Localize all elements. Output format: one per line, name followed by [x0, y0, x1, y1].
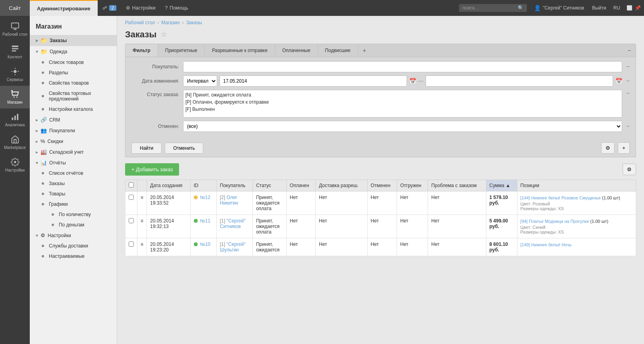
date-to-input[interactable]: [426, 75, 613, 87]
status-item-n[interactable]: [N] Принят, ожидается оплата: [185, 91, 620, 99]
tab-paid[interactable]: Оплаченные: [275, 44, 318, 56]
date-from-input[interactable]: [220, 75, 407, 87]
remove-buyer-filter[interactable]: −: [626, 63, 630, 70]
sidebar-item-custom[interactable]: Настраиваемые: [30, 251, 117, 261]
dot-icon: [42, 72, 44, 74]
remove-cancelled-filter[interactable]: −: [626, 123, 630, 130]
row-positions-3: [149] Нижнее бельё Ночь: [517, 238, 636, 256]
sidebar-item-analytics[interactable]: Аналитика: [0, 108, 30, 131]
sidebar-item-services[interactable]: Сервисы: [0, 63, 30, 86]
sidebar-item-goods-list[interactable]: Список товаров: [30, 57, 117, 68]
table-settings-button[interactable]: ⚙: [623, 164, 636, 175]
arrow-wh-icon: ▸: [36, 149, 38, 155]
row-id-3: №10: [190, 238, 216, 256]
filter-settings-button[interactable]: ⚙: [601, 142, 615, 154]
sidebar-item-warehouse[interactable]: ▸ 🏭 Складской учет: [30, 147, 117, 157]
calendar-from-icon[interactable]: 📅: [409, 78, 416, 84]
admin-tab[interactable]: Администрирование: [30, 0, 98, 16]
settings-top-button[interactable]: ⚙ Настройки: [121, 0, 160, 16]
status-dot-1: [194, 195, 198, 199]
breadcrumb-shop[interactable]: Магазин: [161, 20, 179, 25]
find-button[interactable]: Найти: [131, 143, 162, 154]
row-cancelled-1: Нет: [367, 191, 397, 215]
order-link-1[interactable]: №12: [200, 195, 210, 200]
order-link-3[interactable]: №10: [200, 242, 210, 247]
cancel-filter-button[interactable]: Отменить: [165, 143, 203, 154]
add-filter-button[interactable]: +: [618, 142, 630, 154]
remove-date-filter[interactable]: −: [626, 77, 630, 85]
row-checkbox-3[interactable]: [129, 242, 134, 247]
sidebar-item-reports-list[interactable]: Список отчётов: [30, 168, 117, 178]
add-order-button[interactable]: + Добавить заказ: [125, 163, 179, 176]
row-checkbox-1[interactable]: [129, 195, 134, 200]
sidebar-item-by-count[interactable]: По количеству: [30, 209, 117, 220]
notifications-button[interactable]: ☍ 2: [98, 0, 121, 16]
language-selector[interactable]: RU: [610, 0, 623, 16]
sidebar-item-delivery[interactable]: Службы доставки: [30, 241, 117, 251]
sidebar-item-desktop[interactable]: Рабочий стол: [0, 18, 30, 41]
status-item-f[interactable]: [F] Выполнен: [185, 106, 620, 113]
col-amount[interactable]: Сумма ▲: [486, 180, 517, 191]
row-menu-1[interactable]: ≡: [137, 191, 147, 215]
sidebar-item-content[interactable]: Контент: [0, 41, 30, 63]
col-date: Дата создания: [147, 180, 191, 191]
sidebar-item-settings[interactable]: Настройки: [0, 154, 30, 176]
user-menu[interactable]: 👤 "Сергей" Ситников: [530, 0, 588, 16]
site-button[interactable]: Сайт: [0, 0, 30, 16]
desktop-label: Рабочий стол: [2, 32, 27, 37]
help-button[interactable]: ? Помощь: [160, 0, 193, 16]
sidebar-item-by-money[interactable]: По деньгам: [30, 220, 117, 230]
sidebar-item-shop[interactable]: Магазин: [0, 86, 30, 108]
sidebar-item-discounts[interactable]: ▸ % Скидки: [30, 136, 117, 147]
favorite-star[interactable]: ☆: [160, 30, 167, 39]
status-list[interactable]: [N] Принят, ожидается оплата [P] Оплачен…: [183, 90, 622, 118]
tab-ready-ship[interactable]: Разрешенные к отправке: [205, 44, 275, 56]
main-layout: Рабочий стол Контент Сервисы Магазин Ана…: [0, 16, 644, 344]
sidebar-item-shop-settings[interactable]: ▾ ⚙ Настройки: [30, 230, 117, 241]
calendar-to-icon[interactable]: 📅: [615, 78, 622, 84]
logout-button[interactable]: Выйти: [588, 0, 610, 16]
status-item-p[interactable]: [P] Оплачен, формируется к отправке: [185, 99, 620, 106]
order-link-2[interactable]: №11: [200, 218, 210, 224]
position-link-2[interactable]: [94] Платье Модница на Прогулке: [521, 219, 589, 224]
row-paid-3: Нет: [286, 238, 315, 256]
row-checkbox-2[interactable]: [129, 218, 134, 223]
select-all-checkbox[interactable]: [129, 182, 134, 187]
svg-point-6: [13, 70, 16, 73]
services-icon: [11, 67, 19, 76]
buyers-icon: 👥: [40, 128, 47, 133]
tab-priority[interactable]: Приоритетные: [158, 44, 205, 56]
breadcrumb-desktop[interactable]: Рабочий стол: [125, 20, 155, 25]
sidebar-item-marketplace[interactable]: Marketplace: [0, 131, 30, 154]
sidebar-item-goods-rep[interactable]: Товары: [30, 189, 117, 199]
sidebar-item-orders[interactable]: ▸ 📁 Заказы: [30, 35, 117, 46]
tab-stuck[interactable]: Подвисшие: [318, 44, 358, 56]
position-link-1[interactable]: [144] Нижнее бельё Розовое Смущенье: [521, 195, 601, 200]
add-tab-button[interactable]: +: [358, 44, 371, 57]
row-amount-2: 5 499.00руб.: [486, 215, 517, 238]
sidebar-item-catalog-settings[interactable]: Настройки каталога: [30, 104, 117, 114]
sidebar-item-buyers[interactable]: ▸ 👥 Покупатели: [30, 125, 117, 136]
remove-tab-button[interactable]: −: [623, 44, 636, 57]
desktop-icon: [11, 22, 19, 31]
shop-settings-label: Настройки: [48, 233, 71, 238]
position-link-3[interactable]: [149] Нижнее бельё Ночь: [521, 242, 572, 247]
sidebar-item-orders-rep[interactable]: Заказы: [30, 178, 117, 189]
svg-rect-5: [12, 50, 16, 52]
sidebar-item-trade-props[interactable]: Свойства торговых предложений: [30, 88, 117, 104]
remove-status-filter[interactable]: −: [626, 90, 630, 97]
sidebar-item-sections[interactable]: Разделы: [30, 68, 117, 78]
search-input[interactable]: [462, 5, 518, 11]
sidebar-item-charts[interactable]: Графики: [30, 199, 117, 209]
sidebar-item-crm[interactable]: ▸ 🔗 CRM: [30, 114, 117, 125]
cancelled-select[interactable]: (все): [183, 121, 622, 132]
sidebar-item-reports[interactable]: ▾ 📊 Отчёты: [30, 157, 117, 168]
sidebar-item-clothes[interactable]: ▾ 📁 Одежда: [30, 46, 117, 57]
row-menu-3[interactable]: ≡: [137, 238, 147, 256]
date-type-select[interactable]: Интервал: [183, 75, 217, 87]
buyer-input[interactable]: [183, 61, 622, 72]
row-menu-2[interactable]: ≡: [137, 215, 147, 238]
sidebar-item-props[interactable]: Свойства товаров: [30, 78, 117, 88]
row-delivery-3: Нет: [316, 238, 367, 256]
tab-filter[interactable]: Фильтр: [125, 44, 158, 56]
